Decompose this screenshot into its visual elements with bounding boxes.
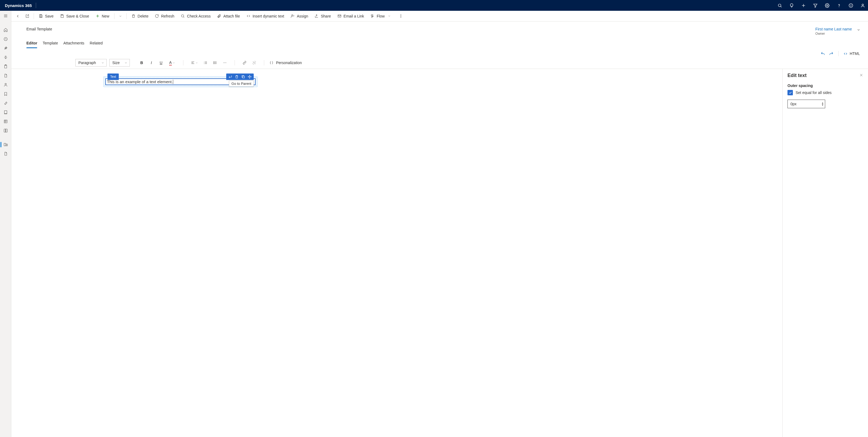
delete-button[interactable]: Delete — [129, 12, 151, 21]
check-access-label: Check Access — [187, 14, 211, 18]
svg-point-60 — [214, 64, 214, 64]
html-view-button[interactable]: HTML — [843, 52, 860, 56]
hamburger-icon[interactable] — [0, 11, 11, 21]
pin-icon[interactable] — [0, 43, 11, 53]
svg-line-38 — [183, 17, 184, 18]
align-button[interactable] — [189, 59, 200, 66]
overflow-menu-button[interactable] — [397, 12, 405, 21]
svg-rect-32 — [40, 14, 41, 15]
more-format-button[interactable] — [221, 59, 229, 66]
contacts-icon[interactable] — [0, 80, 11, 89]
book-icon[interactable] — [0, 126, 11, 135]
formatting-toolbar: Paragraph Size B I U A 123 Personalizati — [11, 57, 868, 69]
nav-item-icon-3[interactable] — [0, 149, 11, 158]
unlink-button[interactable] — [250, 59, 258, 66]
save-button[interactable]: Save — [36, 12, 56, 21]
nav-item-active-icon[interactable] — [0, 140, 11, 149]
back-button[interactable] — [13, 12, 22, 21]
personalization-button[interactable]: Personalization — [270, 61, 302, 65]
flow-label: Flow — [377, 14, 385, 18]
clipboard-icon[interactable] — [0, 62, 11, 71]
tab-related[interactable]: Related — [90, 39, 103, 48]
insert-dynamic-button[interactable]: Insert dynamic text — [244, 12, 287, 21]
new-label: New — [102, 14, 109, 18]
italic-button[interactable]: I — [147, 59, 156, 66]
svg-point-45 — [401, 17, 401, 18]
outer-spacing-section-label: Outer spacing — [787, 84, 863, 88]
record-subtitle: Email Template — [26, 27, 52, 31]
svg-point-37 — [182, 15, 184, 17]
filter-icon[interactable] — [812, 3, 818, 8]
html-label: HTML — [850, 52, 860, 56]
font-color-button[interactable]: A — [166, 59, 178, 66]
new-button[interactable]: New — [93, 12, 112, 21]
delete-element-icon[interactable] — [234, 74, 240, 80]
bold-button[interactable]: B — [137, 59, 146, 66]
lightbulb-icon[interactable] — [789, 3, 794, 8]
paragraph-style-select[interactable]: Paragraph — [75, 59, 107, 66]
svg-point-43 — [401, 14, 401, 15]
header-chevron-icon[interactable] — [857, 28, 861, 33]
smiley-icon[interactable] — [848, 3, 854, 8]
assign-button[interactable]: Assign — [288, 12, 311, 21]
svg-point-63 — [226, 62, 226, 63]
share-button[interactable]: Share — [312, 12, 333, 21]
bullet-list-button[interactable] — [211, 59, 219, 66]
help-icon[interactable] — [836, 3, 842, 8]
sitemap-nav-icon[interactable] — [0, 53, 11, 62]
move-element-icon[interactable] — [247, 74, 253, 80]
recent-icon[interactable] — [0, 34, 11, 43]
share-label: Share — [321, 14, 331, 18]
check-access-button[interactable]: Check Access — [178, 12, 213, 21]
font-size-select[interactable]: Size — [109, 59, 130, 66]
svg-rect-34 — [61, 14, 63, 15]
tab-editor[interactable]: Editor — [26, 39, 37, 48]
numbered-list-button[interactable]: 123 — [201, 59, 210, 66]
link-button[interactable] — [240, 59, 249, 66]
plus-icon[interactable] — [801, 3, 806, 8]
refresh-button[interactable]: Refresh — [152, 12, 177, 21]
duplicate-element-icon[interactable] — [240, 74, 246, 80]
set-equal-checkbox[interactable]: Set equal for all sides — [787, 90, 863, 95]
search-icon[interactable] — [777, 3, 782, 8]
svg-point-62 — [225, 62, 225, 63]
svg-point-59 — [214, 62, 214, 63]
separator — [36, 3, 36, 8]
redo-icon[interactable] — [829, 52, 834, 56]
bookmark-icon[interactable] — [0, 89, 11, 98]
svg-point-8 — [850, 5, 850, 5]
account-icon[interactable] — [860, 3, 865, 8]
nav-item-icon-1[interactable] — [0, 108, 11, 117]
record-header: Email Template First name Last name Owne… — [11, 22, 868, 35]
tab-template[interactable]: Template — [42, 39, 58, 48]
email-link-button[interactable]: Email a Link — [335, 12, 367, 21]
editor-actions-row: HTML — [11, 48, 868, 57]
open-new-window-icon[interactable] — [23, 12, 32, 21]
svg-rect-29 — [4, 143, 6, 146]
flow-button[interactable]: Flow — [368, 12, 394, 21]
save-close-button[interactable]: Save & Close — [57, 12, 92, 21]
document-icon[interactable] — [0, 71, 11, 80]
command-bar: Save Save & Close New Delete Refresh Che… — [11, 11, 868, 22]
svg-point-61 — [223, 62, 224, 63]
underline-button[interactable]: U — [157, 59, 165, 66]
delete-label: Delete — [137, 14, 148, 18]
spin-down-icon[interactable]: ▼ — [822, 104, 824, 106]
go-parent-icon[interactable] — [227, 74, 233, 80]
home-icon[interactable] — [0, 25, 11, 34]
spacing-spinner[interactable]: 0px ▲ ▼ — [787, 100, 825, 108]
editor-canvas[interactable]: Text This is an example of a text elemen… — [11, 69, 782, 437]
close-panel-icon[interactable] — [859, 73, 863, 78]
tab-attachments[interactable]: Attachments — [63, 39, 84, 48]
undo-icon[interactable] — [820, 52, 825, 56]
svg-point-10 — [862, 4, 863, 5]
svg-marker-4 — [814, 4, 817, 7]
svg-text:3: 3 — [204, 63, 205, 64]
nav-item-icon-2[interactable] — [0, 117, 11, 126]
owner-name-link[interactable]: First name Last name — [815, 27, 852, 31]
gear-icon[interactable] — [825, 3, 830, 8]
new-split-chevron[interactable] — [117, 12, 124, 21]
wrench-icon[interactable] — [0, 98, 11, 108]
checkbox-label: Set equal for all sides — [796, 91, 832, 95]
attach-file-button[interactable]: Attach file — [214, 12, 242, 21]
